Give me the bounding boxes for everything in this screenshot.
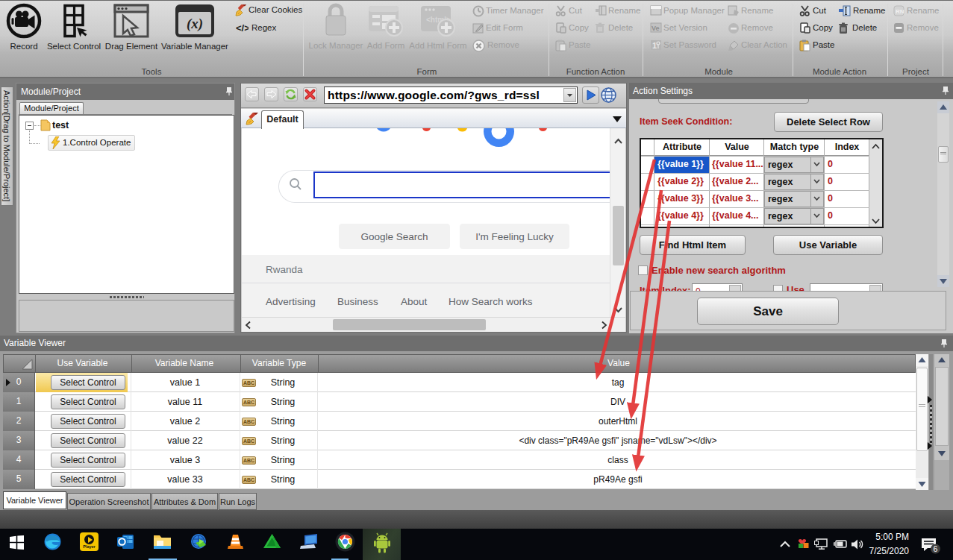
svg-text:(x): (x) [187,16,203,32]
svg-text:Ve: Ve [652,25,660,32]
svg-text:1: 1 [652,41,657,50]
svg-text:</>: </> [236,22,249,34]
svg-text:6: 6 [934,544,938,553]
svg-text:RN: RN [896,8,904,15]
